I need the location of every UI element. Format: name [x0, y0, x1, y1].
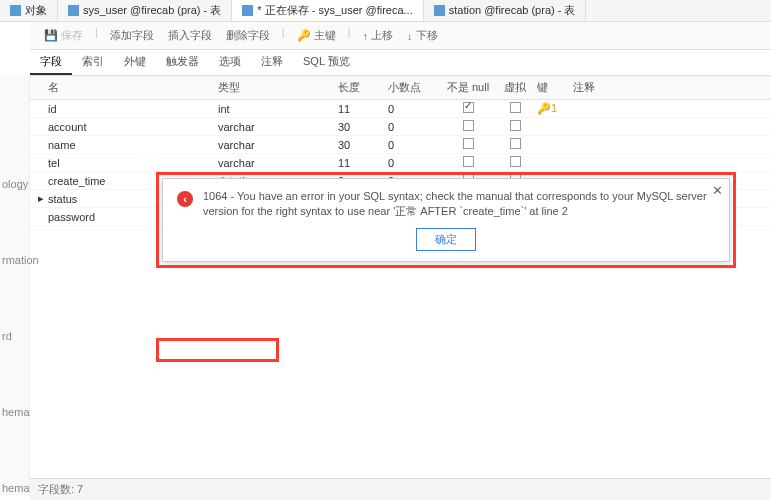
subtab-SQL 预览[interactable]: SQL 预览 — [293, 50, 360, 75]
left-rail: ologyrmationrdhemahema — [0, 76, 30, 496]
window-tab[interactable]: sys_user @firecab (pra) - 表 — [58, 0, 232, 21]
error-dialog: ✕ ‹ 1064 - You have an error in your SQL… — [162, 178, 730, 262]
close-icon[interactable]: ✕ — [712, 183, 723, 198]
notnull-checkbox[interactable] — [463, 156, 474, 167]
key-icon: 🔑1 — [537, 102, 557, 114]
subtab-字段[interactable]: 字段 — [30, 50, 72, 75]
subtab-外键[interactable]: 外键 — [114, 50, 156, 75]
move-up-button[interactable]: ↑ 上移 — [357, 26, 400, 45]
table-row[interactable]: idint110🔑1 — [30, 100, 771, 118]
window-tab[interactable]: * 正在保存 - sys_user @fireca... — [232, 0, 423, 21]
subtab-触发器[interactable]: 触发器 — [156, 50, 209, 75]
error-message: 1064 - You have an error in your SQL syn… — [203, 189, 715, 220]
col-header-comment[interactable]: 注释 — [573, 80, 763, 95]
notnull-checkbox[interactable] — [463, 120, 474, 131]
toolbar: 💾 保存 | 添加字段 插入字段 删除字段 | 🔑 主键 | ↑ 上移 ↓ 下移 — [30, 22, 771, 50]
add-field-button[interactable]: 添加字段 — [104, 26, 160, 45]
table-icon — [434, 5, 445, 16]
table-row[interactable]: accountvarchar300 — [30, 118, 771, 136]
status-bar: 字段数: 7 — [30, 478, 771, 500]
subtab-注释[interactable]: 注释 — [251, 50, 293, 75]
save-button[interactable]: 💾 保存 — [38, 26, 89, 45]
col-header-notnull[interactable]: 不是 null — [443, 80, 493, 95]
virtual-checkbox[interactable] — [510, 138, 521, 149]
virtual-checkbox[interactable] — [510, 102, 521, 113]
col-header-name[interactable]: 名 — [48, 80, 218, 95]
grid-header: 名 类型 长度 小数点 不是 null 虚拟 键 注释 — [30, 76, 771, 100]
notnull-checkbox[interactable] — [463, 138, 474, 149]
move-down-button[interactable]: ↓ 下移 — [401, 26, 444, 45]
delete-field-button[interactable]: 删除字段 — [220, 26, 276, 45]
subtab-索引[interactable]: 索引 — [72, 50, 114, 75]
table-row[interactable]: namevarchar300 — [30, 136, 771, 154]
window-tab[interactable]: station @firecab (pra) - 表 — [424, 0, 587, 21]
virtual-checkbox[interactable] — [510, 120, 521, 131]
sub-tabs: 字段索引外键触发器选项注释SQL 预览 — [30, 50, 771, 76]
table-icon — [10, 5, 21, 16]
col-header-virtual[interactable]: 虚拟 — [493, 80, 537, 95]
notnull-checkbox[interactable] — [463, 102, 474, 113]
col-header-length[interactable]: 长度 — [338, 80, 388, 95]
error-icon: ‹ — [177, 191, 193, 207]
ok-button[interactable]: 确定 — [416, 228, 476, 251]
table-icon — [68, 5, 79, 16]
col-header-type[interactable]: 类型 — [218, 80, 338, 95]
table-row[interactable]: telvarchar110 — [30, 154, 771, 172]
subtab-选项[interactable]: 选项 — [209, 50, 251, 75]
window-tabs: 对象sys_user @firecab (pra) - 表* 正在保存 - sy… — [0, 0, 771, 22]
col-header-decimals[interactable]: 小数点 — [388, 80, 443, 95]
insert-field-button[interactable]: 插入字段 — [162, 26, 218, 45]
col-header-key[interactable]: 键 — [537, 80, 573, 95]
window-tab[interactable]: 对象 — [0, 0, 58, 21]
primary-key-button[interactable]: 🔑 主键 — [291, 26, 342, 45]
table-icon — [242, 5, 253, 16]
virtual-checkbox[interactable] — [510, 156, 521, 167]
